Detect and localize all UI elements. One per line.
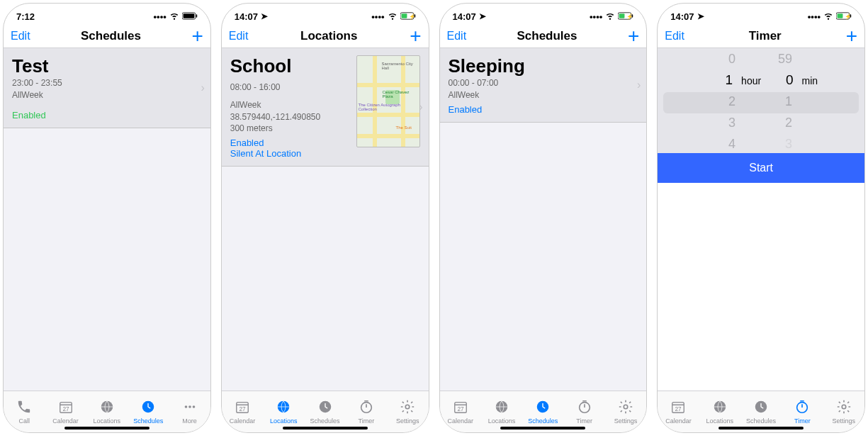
calendar-icon: 27: [453, 399, 468, 416]
tab-call[interactable]: Call: [4, 391, 45, 432]
status-bar: 14:07➤ •••• ⚡: [222, 4, 429, 25]
location-arrow-icon: ➤: [479, 11, 486, 21]
schedule-title: Sleeping: [449, 55, 638, 77]
tab-label: Locations: [94, 417, 121, 425]
tab-label: Settings: [833, 417, 856, 425]
schedules-icon: [535, 399, 551, 416]
start-button[interactable]: Start: [658, 153, 864, 183]
status-bar: 14:07➤ •••• ⚡: [440, 4, 647, 25]
status-time: 14:07: [235, 11, 258, 22]
svg-point-23: [406, 405, 410, 409]
add-button[interactable]: +: [410, 29, 421, 43]
tab-settings[interactable]: Settings: [387, 391, 428, 432]
svg-text:⚡: ⚡: [626, 12, 633, 19]
tab-label: Calendar: [665, 417, 692, 425]
locations-icon: [99, 399, 115, 416]
tab-label: Settings: [614, 417, 638, 425]
min-unit: min: [802, 75, 818, 86]
add-button[interactable]: +: [628, 29, 639, 43]
phone-screen-locations: 14:07➤ •••• ⚡ Edit Locations + School 08…: [221, 3, 429, 433]
cellular-icon: ••••: [371, 11, 384, 22]
locations-icon: [494, 399, 509, 416]
tab-label: Schedules: [746, 417, 776, 425]
map-thumbnail: Sacramento City Hall Cesar Chavez Plaza …: [356, 55, 420, 147]
svg-point-36: [624, 405, 628, 409]
nav-title: Schedules: [81, 29, 141, 43]
tab-more[interactable]: More: [169, 391, 210, 432]
battery-icon: [182, 11, 198, 22]
map-label: The Suit: [396, 125, 412, 130]
hour-unit: hour: [741, 75, 761, 86]
settings-icon: [618, 399, 633, 416]
tab-label: Calendar: [447, 417, 473, 425]
map-label: The Citizen Autograph Collection: [359, 103, 419, 111]
status-indicators: ••••: [154, 11, 198, 23]
picker-selection-band: [663, 92, 859, 113]
svg-rect-38: [838, 13, 843, 18]
svg-text:27: 27: [675, 406, 682, 412]
home-indicator[interactable]: [500, 427, 585, 429]
map-label: Cesar Chavez Plaza: [383, 90, 419, 99]
cellular-icon: ••••: [808, 11, 821, 22]
picker-selected-hour: 1: [704, 69, 733, 91]
nav-bar: Edit Timer +: [658, 25, 864, 48]
battery-charging-icon: ⚡: [836, 11, 852, 22]
tab-label: Locations: [270, 417, 298, 425]
tab-label: Call: [18, 417, 30, 425]
home-indicator[interactable]: [283, 427, 368, 429]
tab-calendar[interactable]: 27Calendar: [658, 391, 699, 432]
edit-button[interactable]: Edit: [665, 30, 684, 43]
wifi-icon: [388, 11, 398, 23]
edit-button[interactable]: Edit: [11, 30, 30, 43]
locations-icon: [712, 399, 728, 416]
svg-point-49: [842, 405, 846, 409]
schedule-days: AllWeek: [449, 89, 638, 101]
cellular-icon: ••••: [590, 11, 602, 22]
schedule-time: 00:00 - 07:00: [449, 77, 638, 89]
tab-label: Schedules: [310, 417, 340, 425]
timer-icon: [577, 399, 592, 416]
tab-label: Timer: [576, 417, 592, 425]
status-time: 14:07: [453, 11, 476, 22]
settings-icon: [400, 399, 415, 416]
locations-icon: [276, 399, 291, 416]
schedule-time: 23:00 - 23:55: [12, 77, 202, 89]
svg-point-10: [192, 405, 195, 408]
home-indicator[interactable]: [64, 427, 150, 429]
location-status-silent: Silent At Location: [230, 148, 420, 159]
tab-calendar[interactable]: 27Calendar: [440, 391, 481, 432]
status-indicators: •••• ⚡: [371, 11, 415, 23]
phone-screen-schedules-test: 7:12 •••• Edit Schedules + Test 23:00 - …: [3, 3, 211, 433]
nav-bar: Edit Schedules +: [440, 25, 647, 48]
edit-button[interactable]: Edit: [447, 30, 467, 43]
tab-label: Schedules: [528, 417, 558, 425]
time-picker[interactable]: 0 1hour 2 3 4 57 58 59 0min 1 2 3: [658, 48, 864, 153]
tab-label: More: [182, 417, 197, 425]
picker-selected-min: 0: [765, 69, 794, 91]
svg-rect-1: [183, 13, 194, 18]
location-arrow-icon: ➤: [261, 11, 268, 21]
home-indicator[interactable]: [718, 427, 804, 429]
svg-text:27: 27: [62, 406, 69, 412]
tab-label: Timer: [794, 417, 811, 425]
schedule-card[interactable]: Test 23:00 - 23:55 AllWeek Enabled ›: [4, 48, 210, 128]
schedule-card[interactable]: Sleeping 00:00 - 07:00 AllWeek Enabled ›: [440, 48, 647, 123]
calendar-icon: 27: [235, 399, 250, 416]
tab-calendar[interactable]: 27Calendar: [222, 391, 263, 432]
settings-icon: [836, 399, 852, 416]
svg-point-9: [188, 405, 191, 408]
tab-label: Calendar: [52, 417, 79, 425]
content-area: Test 23:00 - 23:55 AllWeek Enabled ›: [4, 48, 210, 391]
tab-settings[interactable]: Settings: [605, 391, 646, 432]
add-button[interactable]: +: [846, 29, 857, 43]
edit-button[interactable]: Edit: [229, 30, 249, 43]
tab-settings[interactable]: Settings: [823, 391, 864, 432]
schedule-status: Enabled: [449, 104, 638, 115]
nav-bar: Edit Locations +: [222, 25, 429, 48]
location-card[interactable]: School 08:00 - 16:00 AllWeek 38.579440,-…: [222, 48, 429, 167]
tab-label: Settings: [396, 417, 419, 425]
add-button[interactable]: +: [191, 29, 203, 43]
tab-label: Locations: [488, 417, 516, 425]
nav-title: Schedules: [517, 29, 577, 43]
nav-title: Locations: [300, 29, 357, 43]
